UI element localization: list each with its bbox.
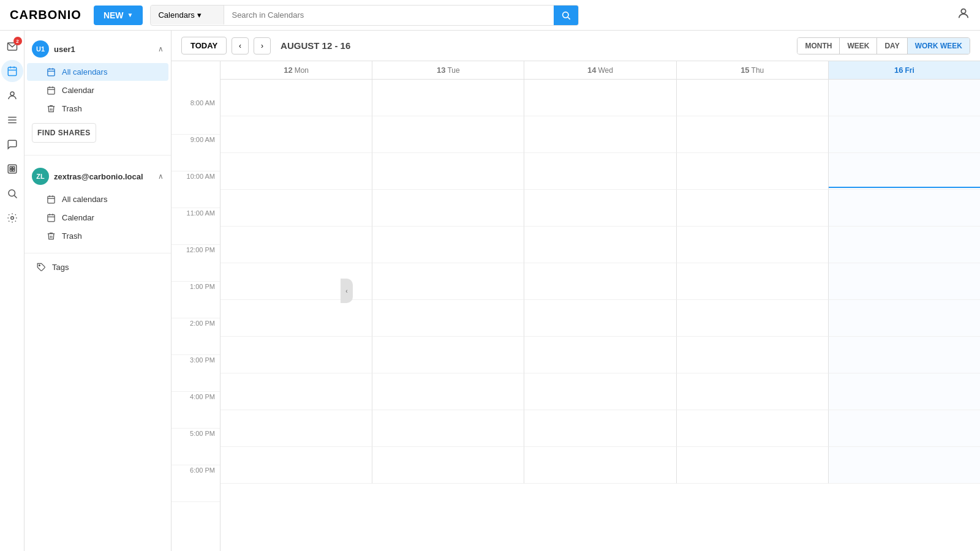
day-cell-8-4[interactable] <box>829 373 980 410</box>
day-cell-9-3[interactable] <box>677 410 829 447</box>
mail-badge: 2 <box>13 37 22 45</box>
sidebar-collapse-handle[interactable]: ‹ <box>341 279 353 303</box>
day-cell-0-2[interactable] <box>524 80 676 116</box>
day-cell-9-1[interactable] <box>372 410 524 447</box>
day-cell-7-4[interactable] <box>829 337 980 373</box>
day-cell-2-0[interactable] <box>221 153 372 190</box>
nav-files-button[interactable] <box>1 158 23 180</box>
day-cell-8-0[interactable] <box>221 373 372 410</box>
sidebar-item-calendar-2[interactable]: Calendar <box>27 209 168 227</box>
user-profile-icon[interactable] <box>957 7 970 23</box>
day-cell-6-4[interactable] <box>829 300 980 337</box>
search-input[interactable] <box>224 6 554 24</box>
day-cell-9-4[interactable] <box>829 410 980 447</box>
day-cell-8-3[interactable] <box>677 373 829 410</box>
view-workweek-button[interactable]: WORK WEEK <box>908 38 970 54</box>
day-cell-3-2[interactable] <box>524 190 676 227</box>
day-cell-2-1[interactable] <box>372 153 524 190</box>
day-cell-3-3[interactable] <box>677 190 829 227</box>
sidebar-item-all-calendars-2[interactable]: All calendars <box>27 190 168 208</box>
search-button[interactable] <box>554 6 578 25</box>
sidebar-zextras-header[interactable]: ZL zextras@carbonio.local ∧ <box>24 163 171 190</box>
svg-rect-16 <box>12 170 14 171</box>
day-cell-4-1[interactable] <box>372 227 524 263</box>
view-week-button[interactable]: WEEK <box>840 38 877 54</box>
prev-period-button[interactable]: ‹ <box>232 37 249 54</box>
view-month-button[interactable]: MONTH <box>797 38 840 54</box>
day-cell-5-3[interactable] <box>677 263 829 300</box>
day-cell-8-1[interactable] <box>372 373 524 410</box>
nav-mail-button[interactable]: 2 <box>1 36 23 58</box>
day-cell-6-1[interactable] <box>372 300 524 337</box>
sidebar-user1-section: U1 user1 ∧ All calendars Calendar <box>24 31 171 152</box>
time-row-0 <box>221 80 980 116</box>
day-cell-5-4[interactable] <box>829 263 980 300</box>
day-cell-6-0[interactable] <box>221 300 372 337</box>
day-cell-9-0[interactable] <box>221 410 372 447</box>
current-time-indicator <box>829 187 980 188</box>
day-cell-3-4[interactable] <box>829 190 980 227</box>
svg-rect-13 <box>10 167 12 168</box>
today-button[interactable]: TODAY <box>181 37 227 54</box>
topbar: CARBONIO NEW ▼ Calendars ▾ <box>0 0 980 31</box>
nav-settings-button[interactable] <box>1 207 23 229</box>
day-cell-2-3[interactable] <box>677 153 829 190</box>
day-cell-10-4[interactable] <box>829 447 980 484</box>
day-cell-0-3[interactable] <box>677 80 829 116</box>
day-cell-0-4[interactable] <box>829 80 980 116</box>
user1-chevron-icon: ∧ <box>158 45 164 53</box>
day-cell-1-2[interactable] <box>524 116 676 153</box>
day-cell-8-2[interactable] <box>524 373 676 410</box>
day-cell-1-3[interactable] <box>677 116 829 153</box>
day-cell-10-1[interactable] <box>372 447 524 484</box>
day-cell-10-2[interactable] <box>524 447 676 484</box>
day-cell-5-1[interactable] <box>372 263 524 300</box>
days-body[interactable] <box>221 80 980 551</box>
nav-tasks-button[interactable] <box>1 109 23 131</box>
new-button[interactable]: NEW ▼ <box>94 6 143 25</box>
sidebar-item-all-calendars-1[interactable]: All calendars <box>27 63 168 81</box>
day-cell-1-1[interactable] <box>372 116 524 153</box>
view-buttons: MONTH WEEK DAY WORK WEEK <box>797 37 970 54</box>
day-cell-10-0[interactable] <box>221 447 372 484</box>
search-category-select[interactable]: Calendars ▾ <box>151 6 224 24</box>
nav-contacts-button[interactable] <box>1 84 23 107</box>
find-shares-button[interactable]: FIND SHARES <box>32 123 96 143</box>
day-cell-6-2[interactable] <box>524 300 676 337</box>
time-row-5 <box>221 263 980 300</box>
nav-search-button[interactable] <box>1 182 23 204</box>
sidebar-item-trash-1[interactable]: Trash <box>27 100 168 118</box>
day-cell-1-4[interactable] <box>829 116 980 153</box>
day-cell-4-2[interactable] <box>524 227 676 263</box>
day-cell-5-2[interactable] <box>524 263 676 300</box>
time-column: 8:00 AM 9:00 AM 10:00 AM 11:00 AM 12:00 … <box>172 61 221 551</box>
day-cell-4-3[interactable] <box>677 227 829 263</box>
day-cell-7-3[interactable] <box>677 337 829 373</box>
day-cell-10-3[interactable] <box>677 447 829 484</box>
day-cell-3-0[interactable] <box>221 190 372 227</box>
next-period-button[interactable]: › <box>254 37 271 54</box>
sidebar-item-tags[interactable]: Tags <box>27 258 168 276</box>
sidebar-item-calendar-1[interactable]: Calendar <box>27 81 168 99</box>
day-cell-4-4[interactable] <box>829 227 980 263</box>
day-cell-7-1[interactable] <box>372 337 524 373</box>
day-cell-0-0[interactable] <box>221 80 372 116</box>
time-slot-400pm: 4:00 PM <box>172 392 220 429</box>
day-cell-2-2[interactable] <box>524 153 676 190</box>
day-cell-4-0[interactable] <box>221 227 372 263</box>
sidebar-user1-header[interactable]: U1 user1 ∧ <box>24 36 171 62</box>
nav-chat-button[interactable] <box>1 133 23 156</box>
view-day-button[interactable]: DAY <box>877 38 907 54</box>
svg-rect-15 <box>10 170 12 171</box>
day-cell-3-1[interactable] <box>372 190 524 227</box>
day-cell-6-3[interactable] <box>677 300 829 337</box>
day-cell-7-0[interactable] <box>221 337 372 373</box>
day-cell-7-2[interactable] <box>524 337 676 373</box>
nav-calendar-button[interactable] <box>1 60 23 82</box>
day-cell-0-1[interactable] <box>372 80 524 116</box>
sidebar-item-trash-2[interactable]: Trash <box>27 227 168 245</box>
day-cell-1-0[interactable] <box>221 116 372 153</box>
days-grid: 12 Mon 13 Tue 14 Wed 15 Thu <box>221 61 980 551</box>
day-cell-9-2[interactable] <box>524 410 676 447</box>
day-cell-2-4[interactable] <box>829 153 980 190</box>
